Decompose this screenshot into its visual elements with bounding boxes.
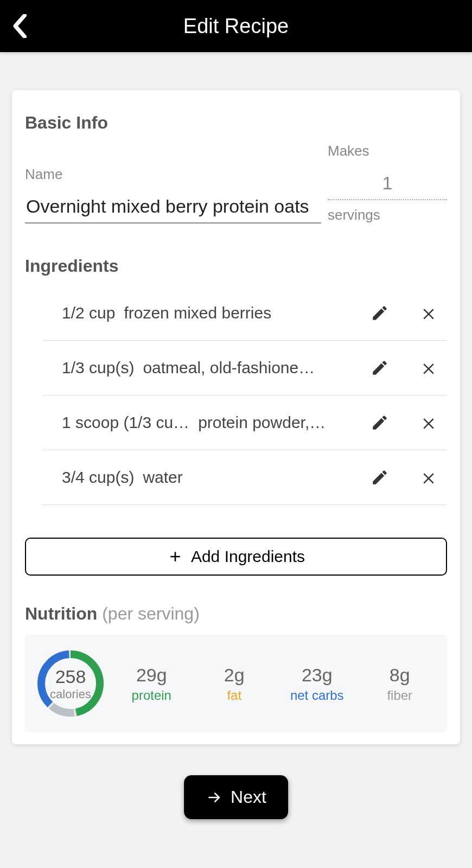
macro-protein: 29g protein bbox=[115, 665, 188, 703]
nutrition-title: Nutrition (per serving) bbox=[25, 604, 447, 624]
makes-field: Makes servings bbox=[328, 143, 447, 224]
back-button[interactable] bbox=[8, 13, 34, 39]
servings-input[interactable] bbox=[328, 169, 447, 200]
edit-ingredient-button[interactable] bbox=[366, 463, 394, 492]
ingredient-name: frozen mixed berries bbox=[124, 304, 366, 322]
calories-value: 258 bbox=[55, 666, 86, 687]
calorie-ring: 258 calories bbox=[36, 649, 105, 718]
macro-net-carbs: 23g net carbs bbox=[280, 665, 354, 703]
nutrition-title-text: Nutrition bbox=[25, 604, 97, 623]
fat-value: 2g bbox=[198, 665, 271, 686]
next-button-label: Next bbox=[231, 787, 266, 807]
fiber-label: fiber bbox=[363, 688, 437, 703]
nutrition-panel: 258 calories 29g protein 2g fat 23g net … bbox=[25, 635, 447, 732]
add-ingredients-button[interactable]: Add Ingredients bbox=[25, 538, 447, 576]
fiber-value: 8g bbox=[363, 665, 437, 686]
ingredient-qty: 3/4 cup(s) bbox=[62, 468, 134, 487]
close-icon bbox=[420, 469, 437, 486]
pencil-icon bbox=[371, 359, 389, 377]
edit-ingredient-button[interactable] bbox=[366, 299, 394, 327]
nutrition-subtitle: (per serving) bbox=[102, 604, 200, 623]
pencil-icon bbox=[371, 468, 389, 487]
ingredient-qty: 1 scoop (1/3 cu… bbox=[62, 413, 189, 432]
ingredient-row: 1/3 cup(s) oatmeal, old-fashione… bbox=[42, 341, 447, 395]
arrow-right-icon bbox=[206, 789, 223, 806]
nutrition-section: Nutrition (per serving) 258 cal bbox=[25, 604, 447, 732]
recipe-card: Basic Info Name Makes servings Ingredien… bbox=[12, 90, 460, 744]
recipe-name-input[interactable] bbox=[25, 193, 321, 224]
ingredient-qty: 1/3 cup(s) bbox=[62, 359, 134, 377]
basic-info-title: Basic Info bbox=[25, 113, 447, 133]
ingredients-list: 1/2 cup frozen mixed berries 1/3 cup(s) … bbox=[42, 286, 447, 505]
pencil-icon bbox=[371, 304, 389, 322]
makes-label: Makes bbox=[328, 143, 447, 159]
add-ingredients-label: Add Ingredients bbox=[191, 547, 305, 566]
protein-label: protein bbox=[115, 688, 188, 703]
chevron-left-icon bbox=[12, 14, 29, 38]
next-button[interactable]: Next bbox=[184, 775, 288, 819]
ingredient-name: oatmeal, old-fashione… bbox=[143, 359, 366, 377]
plus-icon bbox=[167, 548, 183, 565]
calorie-ring-center: 258 calories bbox=[36, 649, 105, 718]
macro-fiber: 8g fiber bbox=[363, 665, 437, 703]
edit-ingredient-button[interactable] bbox=[366, 354, 394, 382]
delete-ingredient-button[interactable] bbox=[414, 409, 443, 437]
name-label: Name bbox=[25, 166, 321, 183]
makes-unit: servings bbox=[328, 207, 447, 224]
ingredient-row: 1 scoop (1/3 cu… protein powder,… bbox=[42, 395, 447, 450]
basic-info-row: Name Makes servings bbox=[25, 143, 447, 224]
edit-ingredient-button[interactable] bbox=[366, 409, 394, 437]
close-icon bbox=[420, 360, 437, 376]
ingredient-qty: 1/2 cup bbox=[62, 304, 115, 322]
net-carbs-label: net carbs bbox=[280, 688, 354, 703]
ingredient-name: water bbox=[143, 468, 366, 487]
name-field: Name bbox=[25, 166, 321, 224]
net-carbs-value: 23g bbox=[280, 665, 354, 686]
ingredient-name: protein powder,… bbox=[198, 413, 366, 432]
protein-value: 29g bbox=[115, 665, 188, 686]
ingredient-row: 3/4 cup(s) water bbox=[42, 450, 447, 505]
close-icon bbox=[420, 305, 437, 321]
pencil-icon bbox=[371, 413, 389, 432]
ingredient-row: 1/2 cup frozen mixed berries bbox=[42, 286, 447, 341]
macro-fat: 2g fat bbox=[198, 665, 271, 703]
delete-ingredient-button[interactable] bbox=[414, 354, 443, 382]
delete-ingredient-button[interactable] bbox=[414, 463, 443, 492]
ingredients-section: Ingredients 1/2 cup frozen mixed berries… bbox=[25, 256, 447, 576]
fat-label: fat bbox=[198, 688, 271, 703]
ingredients-title: Ingredients bbox=[25, 256, 447, 276]
delete-ingredient-button[interactable] bbox=[414, 299, 443, 327]
calories-label: calories bbox=[50, 687, 91, 701]
close-icon bbox=[420, 414, 437, 431]
page-title: Edit Recipe bbox=[0, 15, 472, 38]
app-header: Edit Recipe bbox=[0, 0, 472, 52]
